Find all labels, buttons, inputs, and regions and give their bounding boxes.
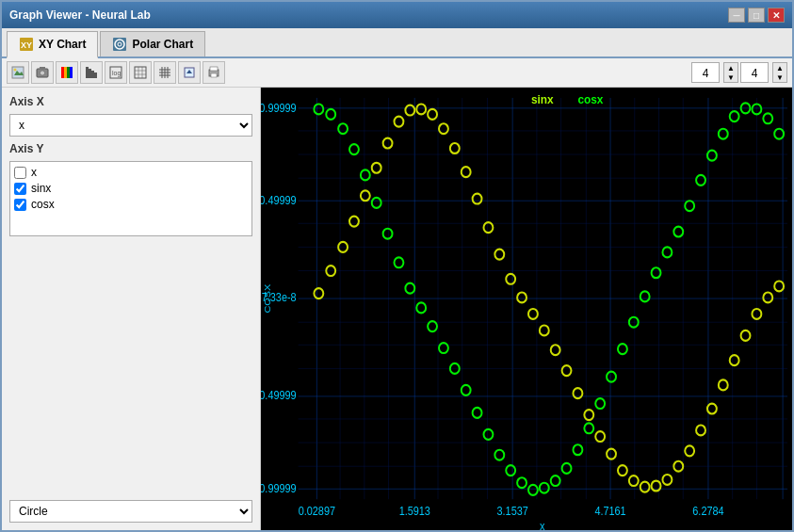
spinner-group-1: 4 ▲ ▼ <box>691 62 738 83</box>
svg-text:COSX: COSX <box>262 284 271 314</box>
chart-svg: 0.99999 0.49999 -7.33e-8 -0.49999 -0.999… <box>261 88 792 530</box>
sidebar: Axis X x Axis Y x sinx cosx <box>2 88 261 530</box>
toolbar-btn-log[interactable]: log <box>105 61 127 84</box>
svg-text:3.1537: 3.1537 <box>497 505 528 517</box>
toolbar-btn-colors[interactable] <box>56 61 78 84</box>
list-item: x <box>14 166 248 179</box>
axis-y-item-x: x <box>31 166 37 179</box>
image-icon <box>11 66 24 79</box>
print-icon <box>207 66 220 79</box>
spinner-1-down[interactable]: ▼ <box>724 73 737 82</box>
svg-text:1.5913: 1.5913 <box>399 505 430 517</box>
table-icon <box>134 66 147 79</box>
toolbar-btn-export[interactable] <box>178 61 201 84</box>
toolbar-btn-table[interactable] <box>129 61 152 84</box>
spinner-2-value: 4 <box>740 62 769 83</box>
svg-rect-10 <box>40 67 45 70</box>
svg-text:0.99999: 0.99999 <box>261 103 297 115</box>
toolbar-btn-1[interactable] <box>7 61 29 84</box>
checkbox-x[interactable] <box>14 167 26 179</box>
svg-rect-17 <box>91 71 94 78</box>
checkbox-cosx[interactable] <box>14 199 26 211</box>
axis-y-item-cosx: cosx <box>31 198 55 211</box>
svg-rect-11 <box>61 67 64 78</box>
list-item: sinx <box>14 182 248 195</box>
list-item: cosx <box>14 198 248 211</box>
svg-rect-36 <box>211 73 217 77</box>
maximize-button[interactable]: □ <box>748 8 765 23</box>
svg-rect-16 <box>89 69 91 78</box>
log-icon: log <box>109 66 122 79</box>
tab-polar-label: Polar Chart <box>132 38 193 51</box>
tab-xy-label: XY Chart <box>39 38 86 51</box>
chart-area: 0.99999 0.49999 -7.33e-8 -0.49999 -0.999… <box>261 88 792 530</box>
svg-rect-12 <box>64 67 67 78</box>
grid-icon <box>158 66 171 79</box>
svg-text:0.49999: 0.49999 <box>261 194 297 206</box>
tab-polar-chart[interactable]: Polar Chart <box>100 31 205 56</box>
toolbar-btn-bars[interactable] <box>80 61 103 84</box>
spinner-1-arrows: ▲ ▼ <box>723 62 738 83</box>
spinner-2-down[interactable]: ▼ <box>773 73 786 82</box>
axis-y-label: Axis Y <box>9 142 252 155</box>
svg-text:sinx: sinx <box>531 93 554 107</box>
color-icon <box>60 66 73 79</box>
toolbar-btn-print[interactable] <box>203 61 225 84</box>
svg-point-7 <box>14 69 17 72</box>
checkbox-sinx[interactable] <box>14 183 26 195</box>
axis-y-item-sinx: sinx <box>31 182 51 195</box>
svg-text:-0.99999: -0.99999 <box>261 482 297 494</box>
svg-text:cosx: cosx <box>577 93 603 107</box>
toolbar: log <box>2 58 792 88</box>
svg-text:6.2784: 6.2784 <box>692 505 724 517</box>
svg-text:XY: XY <box>21 40 32 50</box>
polar-chart-icon <box>112 37 127 52</box>
export-icon <box>183 66 196 79</box>
svg-rect-37 <box>261 88 792 530</box>
xy-chart-icon: XY <box>19 37 34 52</box>
spinner-1-up[interactable]: ▲ <box>724 63 737 73</box>
svg-rect-21 <box>135 67 146 78</box>
svg-rect-15 <box>86 67 89 78</box>
axis-x-label: Axis X <box>9 95 252 108</box>
main-window: Graph Viewer - Neural Lab ─ □ ✕ XY XY Ch… <box>0 0 794 532</box>
minimize-button[interactable]: ─ <box>728 8 745 23</box>
svg-text:x: x <box>540 521 545 530</box>
title-bar: Graph Viewer - Neural Lab ─ □ ✕ <box>2 2 792 28</box>
shape-select[interactable]: Circle Square Diamond Triangle <box>9 500 252 523</box>
svg-text:0.02897: 0.02897 <box>299 505 335 517</box>
window-controls: ─ □ ✕ <box>728 8 785 23</box>
toolbar-btn-grid[interactable] <box>154 61 176 84</box>
tab-bar: XY XY Chart Polar Chart <box>2 28 792 58</box>
spinner-2-up[interactable]: ▲ <box>773 63 786 73</box>
toolbar-btn-2[interactable] <box>31 61 54 84</box>
spinner-1-value: 4 <box>691 62 720 83</box>
main-content: Axis X x Axis Y x sinx cosx <box>2 88 792 530</box>
window-title: Graph Viewer - Neural Lab <box>9 8 151 22</box>
axis-y-list: x sinx cosx <box>9 161 252 236</box>
svg-point-9 <box>41 71 45 75</box>
spinner-group-2: 4 ▲ ▼ <box>740 62 787 83</box>
bars-icon <box>85 66 98 79</box>
svg-rect-13 <box>67 67 70 78</box>
svg-text:-0.49999: -0.49999 <box>261 390 297 402</box>
svg-text:4.7161: 4.7161 <box>594 505 625 517</box>
camera-icon <box>36 66 49 79</box>
svg-rect-18 <box>94 73 97 78</box>
spinner-2-arrows: ▲ ▼ <box>772 62 787 83</box>
svg-rect-35 <box>210 67 218 71</box>
axis-x-select[interactable]: x <box>9 114 252 137</box>
sidebar-bottom: Circle Square Diamond Triangle <box>9 500 252 523</box>
svg-rect-14 <box>70 67 73 78</box>
tab-xy-chart[interactable]: XY XY Chart <box>7 31 98 58</box>
svg-text:log: log <box>112 70 121 77</box>
close-button[interactable]: ✕ <box>768 8 785 23</box>
